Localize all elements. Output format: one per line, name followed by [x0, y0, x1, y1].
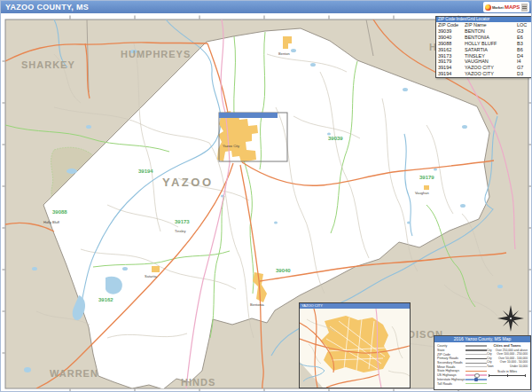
logo-burst-icon [485, 4, 491, 11]
zip-row: 39039BENTONG3 [436, 28, 531, 35]
neighbor-label-hinds: HINDS [181, 377, 215, 388]
zip-label-39173: 39173 [175, 219, 190, 224]
zip-line-swatch [466, 353, 487, 357]
neighbor-label-humphreys: HUMPHREYS [121, 49, 191, 59]
legend-item: ZIP Code [437, 352, 487, 357]
town-label-satartia: Satartia [145, 274, 157, 278]
page-title: YAZOO COUNTY, MS [5, 3, 89, 12]
inset-city-area [321, 316, 390, 372]
town-label-yazoo-city: Yazoo City [223, 144, 239, 148]
scale-label: Scale in Miles [489, 370, 526, 373]
minor-roads-swatch [466, 365, 487, 369]
logo-text-market: Market [492, 5, 504, 10]
zip-label-39179: 39179 [419, 175, 434, 180]
title-bar: YAZOO COUNTY, MS [1, 1, 531, 13]
legend-body: County State ZIP Code Primary Roads Seco… [434, 342, 530, 388]
zip-label-39039: 39039 [328, 136, 343, 141]
city-size-row: TownUnder 10,000 [487, 365, 528, 368]
brand-logo: Market MAPS [483, 2, 529, 12]
legend-line-items: County State ZIP Code Primary Roads Seco… [437, 344, 487, 386]
zip-table-columns: ZIP Code ZIP Name LOC [436, 22, 531, 28]
legend-panel: 2016 Yazoo County, MS Map County State Z… [434, 335, 531, 390]
legend-cities-column: Cities and Towns CityOver 250,000 and ab… [487, 344, 528, 386]
town-label-tinsley: Tinsley [175, 229, 186, 233]
logo-badge [521, 4, 528, 12]
primary-roads-swatch [466, 357, 487, 360]
zip-row: 39194YAZOO CITYG7 [436, 65, 531, 71]
county-line-swatch [466, 344, 487, 348]
secondary-roads-swatch [466, 361, 487, 365]
legend-item: US Highways [437, 373, 487, 378]
legend-title: 2016 Yazoo County, MS Map [434, 336, 530, 342]
state-line-swatch [466, 349, 487, 352]
yazoo-county-map-page: YAZOO SHARKEY HUMPHREYS HOLMES MADISON H… [0, 0, 532, 392]
zip-label-39088: 39088 [52, 209, 67, 215]
neighbor-label-warren: WARREN [50, 368, 98, 379]
legend-item: Primary Roads [437, 357, 487, 361]
cities-and-towns-header: Cities and Towns [494, 344, 521, 348]
legend-item: Interstate Highways [437, 378, 487, 382]
zip-row: 39040BENTONIAE6 [436, 35, 531, 41]
county-label-yazoo: YAZOO [162, 176, 214, 189]
inset-canvas [300, 309, 410, 388]
town-label-holly-bluff: Holly Bluff [43, 220, 59, 224]
neighbor-label-sharkey: SHARKEY [21, 59, 75, 70]
town-label-benton: Benton [278, 51, 290, 56]
legend-item: State [437, 349, 487, 353]
yazoo-city-inset-map: YAZOO CITY [299, 302, 411, 388]
zip-index-table: ZIP Code Index/Grid Locator ZIP Code ZIP… [435, 16, 532, 78]
zip-row: 39173TINSLEYD4 [436, 53, 531, 59]
town-label-bentonia: Bentonia [250, 302, 264, 307]
legend-item: County [437, 344, 487, 349]
logo-text-maps: MAPS [505, 4, 520, 10]
legend-item: Minor Roads [437, 365, 487, 369]
toll-roads-swatch [466, 382, 487, 386]
col-zip-name: ZIP Name [465, 22, 517, 28]
town-label-vaughan: Vaughan [415, 191, 429, 195]
col-loc: LOC [517, 22, 529, 28]
interstate-highways-swatch [466, 378, 487, 381]
zip-label-39162: 39162 [98, 297, 113, 302]
zip-row: 39162SATARTIAB6 [436, 47, 531, 53]
zip-row: 39194YAZOO CITYD3 [436, 71, 531, 77]
legend-item: State Highways [437, 369, 487, 373]
zip-label-39194: 39194 [138, 169, 153, 174]
us-highways-swatch [466, 373, 487, 377]
scale-block: Scale in Miles [489, 370, 526, 377]
zip-row: 39179VAUGHANI4 [436, 59, 531, 65]
legend-item: Secondary Roads [437, 361, 487, 365]
legend-item: Toll Roads [437, 381, 487, 386]
col-zip-code: ZIP Code [438, 22, 465, 28]
state-highways-swatch [466, 369, 487, 372]
zip-row: 39088HOLLY BLUFFB3 [436, 41, 531, 47]
zip-label-39040: 39040 [276, 268, 291, 273]
scale-bar [489, 374, 526, 377]
